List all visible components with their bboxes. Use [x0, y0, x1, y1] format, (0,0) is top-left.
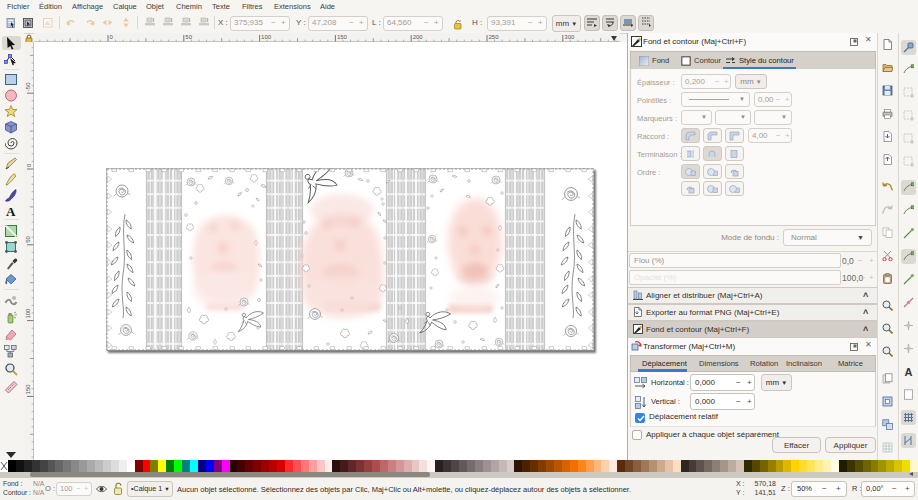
svg-text:100: 100: [26, 308, 32, 319]
svg-text:150: 150: [26, 384, 32, 395]
svg-text:100: 100: [261, 34, 272, 40]
svg-text:150: 150: [337, 34, 348, 40]
svg-text:300: 300: [564, 34, 575, 40]
svg-text:50: 50: [26, 235, 32, 242]
svg-text:A: A: [6, 205, 16, 219]
svg-text:-50: -50: [26, 82, 32, 91]
svg-text:200: 200: [413, 34, 424, 40]
svg-text:A: A: [905, 366, 913, 377]
svg-text:250: 250: [489, 34, 500, 40]
svg-text:50: 50: [185, 34, 192, 40]
